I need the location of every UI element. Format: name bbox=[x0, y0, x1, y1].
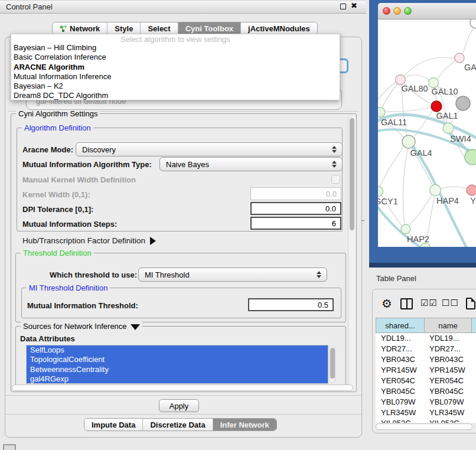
aracne-mode-label: Aracne Mode: bbox=[22, 145, 73, 154]
network-graph[interactable]: GALGAL80GAL10GAL1GAL11SWI4GAL4GCY1HAP4YH… bbox=[378, 19, 476, 247]
data-attributes-list[interactable]: SelfLoopsTopologicalCoefficientBetweenne… bbox=[26, 345, 328, 384]
attribute-list-item[interactable]: gal4RGexp bbox=[27, 374, 328, 384]
network-node-gal1[interactable] bbox=[431, 101, 442, 112]
settings-vertical-scrollbar[interactable] bbox=[348, 116, 356, 390]
network-edge[interactable] bbox=[438, 61, 455, 79]
column-header[interactable]: shared... bbox=[376, 318, 424, 333]
tab-discretize-data[interactable]: Discretize Data bbox=[143, 419, 213, 431]
dpi-tolerance-label: DPI Tolerance [0,1]: bbox=[22, 205, 93, 214]
network-node-y[interactable] bbox=[467, 185, 476, 195]
tab-select[interactable]: Select bbox=[141, 22, 178, 34]
table-row[interactable]: YDL19...YDL19...13 bbox=[376, 333, 476, 344]
network-edge[interactable] bbox=[463, 27, 474, 53]
table-cell: YDR27... bbox=[424, 344, 471, 354]
network-edge[interactable] bbox=[385, 107, 431, 112]
tab-style[interactable]: Style bbox=[107, 22, 141, 34]
settings-horizontal-scrollbar[interactable] bbox=[12, 384, 353, 391]
attributes-scrollbar-thumb[interactable] bbox=[330, 348, 335, 379]
float-window-icon[interactable] bbox=[340, 4, 346, 9]
apply-button[interactable]: Apply bbox=[159, 399, 199, 412]
node-label: GAL4 bbox=[410, 148, 432, 158]
network-node-hap4[interactable] bbox=[430, 185, 441, 196]
tab-infer-network[interactable]: Infer Network bbox=[213, 419, 276, 431]
kernel-width-field[interactable]: 0.0 bbox=[250, 187, 341, 200]
network-node[interactable] bbox=[470, 19, 476, 28]
algorithm-option[interactable]: Dream8 DC_TDC Algorithm bbox=[11, 91, 340, 100]
network-node-gal11[interactable] bbox=[378, 107, 385, 117]
network-edge[interactable] bbox=[405, 75, 429, 80]
network-edge[interactable] bbox=[378, 82, 396, 99]
hub-section-toggle[interactable]: Hub/Transcription Factor Definition bbox=[22, 236, 156, 245]
attribute-list-item[interactable]: SelfLoops bbox=[27, 345, 328, 355]
algorithm-dropdown-placeholder: Select algorithm to view settings bbox=[11, 34, 340, 43]
table-row[interactable]: YPR145WYPR145W9. bbox=[376, 365, 476, 376]
settings-scrollbar-thumb[interactable] bbox=[350, 118, 354, 230]
network-edge[interactable] bbox=[409, 194, 432, 225]
separator bbox=[6, 414, 361, 415]
mi-threshold-field[interactable]: 0.5 bbox=[248, 298, 334, 311]
network-node-gal10[interactable] bbox=[429, 78, 439, 88]
mi-type-combobox[interactable]: Naive Bayes bbox=[159, 157, 343, 171]
tab-network[interactable]: Network bbox=[53, 22, 107, 34]
network-node-hap2[interactable] bbox=[401, 224, 410, 234]
table-cell: 13 bbox=[471, 333, 476, 344]
mi-steps-field[interactable]: 6 bbox=[250, 217, 341, 230]
control-panel-title: Control Panel bbox=[6, 2, 53, 11]
expanded-arrow-icon[interactable] bbox=[131, 324, 140, 330]
mac-minimize-button[interactable] bbox=[393, 7, 401, 15]
table-row[interactable]: YBR043CYBR043C bbox=[376, 354, 476, 365]
aracne-mode-combobox[interactable]: Discovery bbox=[76, 142, 343, 156]
table-cell: YBR045C bbox=[424, 386, 471, 397]
network-node-gal4[interactable] bbox=[402, 135, 415, 148]
network-node-gcy1[interactable] bbox=[378, 187, 383, 197]
close-icon[interactable]: ✖ bbox=[351, 1, 357, 10]
attribute-list-item[interactable]: TopologicalCoefficient bbox=[27, 355, 328, 364]
table-row[interactable]: YDR27...YDR27...12 bbox=[376, 344, 476, 354]
clear-all-checkboxes-icon[interactable]: ☐☐ bbox=[442, 298, 459, 308]
network-node[interactable] bbox=[465, 149, 476, 165]
mac-close-button[interactable] bbox=[383, 7, 390, 15]
tab-jactivemnodules[interactable]: jActiveMNodules bbox=[241, 22, 317, 34]
attributes-list-scrollbar[interactable] bbox=[329, 345, 335, 383]
attribute-list-item[interactable]: BetweennessCentrality bbox=[27, 365, 328, 374]
network-edge[interactable] bbox=[380, 146, 405, 187]
mac-zoom-button[interactable] bbox=[404, 7, 412, 15]
collapsed-arrow-icon[interactable] bbox=[150, 237, 156, 245]
network-node-swi4[interactable] bbox=[443, 123, 454, 133]
algorithm-option[interactable]: Bayesian – K2 bbox=[11, 81, 340, 91]
network-node[interactable] bbox=[456, 96, 470, 110]
export-table-icon[interactable] bbox=[466, 298, 475, 309]
table-row[interactable]: YIL052CYIL052C0. bbox=[376, 418, 476, 423]
network-node-gal80[interactable] bbox=[396, 75, 406, 85]
column-header[interactable]: A bbox=[471, 318, 476, 333]
dpi-tolerance-field[interactable]: 0.0 bbox=[250, 202, 341, 215]
network-edge[interactable] bbox=[382, 84, 397, 107]
network-edge[interactable] bbox=[441, 187, 467, 189]
table-row[interactable]: YER054CYER054C8. bbox=[376, 376, 476, 386]
partial-toolbar-icon bbox=[3, 444, 16, 450]
tab-cyni-toolbox[interactable]: Cyni Toolbox bbox=[178, 22, 241, 34]
split-columns-icon[interactable] bbox=[400, 298, 413, 309]
table-row[interactable]: YLR345WYLR345W9. bbox=[376, 407, 476, 418]
tab-impute-data[interactable]: Impute Data bbox=[84, 419, 143, 431]
network-edge[interactable] bbox=[403, 148, 407, 224]
algorithm-option[interactable]: ARACNE Algorithm bbox=[11, 63, 340, 72]
table-row[interactable]: YBR045CYBR045C9. bbox=[376, 386, 476, 397]
which-threshold-combobox[interactable]: MI Threshold bbox=[138, 268, 327, 282]
column-header[interactable]: name bbox=[424, 318, 471, 333]
network-node-gal[interactable] bbox=[455, 53, 464, 63]
cyni-algorithm-settings-title: Cyni Algorithm Settings bbox=[16, 109, 100, 118]
manual-kernel-checkbox[interactable] bbox=[331, 175, 340, 184]
table-row[interactable]: YBL079WYBL079W bbox=[376, 397, 476, 407]
network-window-titlebar[interactable] bbox=[378, 3, 476, 19]
algorithm-option[interactable]: Mutual Information Inference bbox=[11, 72, 340, 81]
algorithm-option[interactable]: Bayesian – Hill Climbing bbox=[11, 43, 340, 53]
table-horizontal-scrollbar[interactable] bbox=[376, 423, 472, 430]
algorithm-option[interactable]: Basic Correlation Inference bbox=[11, 53, 340, 62]
select-all-checkboxes-icon[interactable]: ☑☑ bbox=[420, 298, 438, 308]
gear-icon[interactable]: ⚙ bbox=[382, 296, 392, 311]
sources-group-title[interactable]: Sources for Network Inference bbox=[21, 322, 142, 331]
table-cell: YLR345W bbox=[376, 407, 424, 418]
tab-label: Style bbox=[115, 24, 133, 33]
node-label: Y bbox=[470, 196, 476, 206]
